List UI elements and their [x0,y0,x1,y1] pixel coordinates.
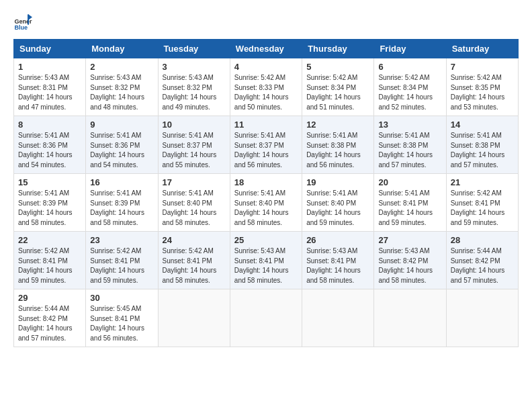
day-info: Sunrise: 5:41 AMSunset: 8:38 PMDaylight:… [306,132,361,169]
day-number: 14 [451,120,514,130]
col-header-monday: Monday [86,40,158,58]
day-info: Sunrise: 5:42 AMSunset: 8:41 PMDaylight:… [163,247,217,284]
day-number: 9 [90,120,153,130]
day-info: Sunrise: 5:42 AMSunset: 8:34 PMDaylight:… [378,74,433,111]
calendar-cell: 25Sunrise: 5:43 AMSunset: 8:41 PMDayligh… [230,232,302,289]
calendar-cell: 12Sunrise: 5:41 AMSunset: 8:38 PMDayligh… [302,116,374,174]
page-header: General Blue [13,13,519,32]
day-number: 10 [163,120,226,130]
calendar-cell: 18Sunrise: 5:41 AMSunset: 8:40 PMDayligh… [230,174,302,232]
day-number: 28 [451,235,514,245]
calendar-cell: 7Sunrise: 5:42 AMSunset: 8:35 PMDaylight… [446,58,518,116]
day-number: 3 [163,62,226,72]
calendar-table: SundayMondayTuesdayWednesdayThursdayFrid… [13,39,519,347]
day-info: Sunrise: 5:42 AMSunset: 8:41 PMDaylight:… [18,247,73,284]
calendar-cell: 24Sunrise: 5:42 AMSunset: 8:41 PMDayligh… [158,232,230,289]
day-number: 8 [18,120,81,130]
day-info: Sunrise: 5:41 AMSunset: 8:40 PMDaylight:… [163,189,217,226]
day-info: Sunrise: 5:43 AMSunset: 8:32 PMDaylight:… [90,74,144,111]
day-info: Sunrise: 5:43 AMSunset: 8:32 PMDaylight:… [163,74,217,111]
calendar-cell [446,289,518,347]
calendar-cell: 4Sunrise: 5:42 AMSunset: 8:33 PMDaylight… [230,58,302,116]
day-info: Sunrise: 5:41 AMSunset: 8:41 PMDaylight:… [378,189,433,226]
col-header-thursday: Thursday [302,40,374,58]
day-number: 7 [451,62,514,72]
day-number: 24 [163,235,226,245]
calendar-cell: 14Sunrise: 5:41 AMSunset: 8:38 PMDayligh… [446,116,518,174]
col-header-sunday: Sunday [14,40,86,58]
day-number: 22 [18,235,81,245]
calendar-cell [374,289,446,347]
day-info: Sunrise: 5:42 AMSunset: 8:35 PMDaylight:… [451,74,505,111]
day-info: Sunrise: 5:42 AMSunset: 8:33 PMDaylight:… [234,74,289,111]
day-info: Sunrise: 5:41 AMSunset: 8:36 PMDaylight:… [18,132,73,169]
calendar-cell: 6Sunrise: 5:42 AMSunset: 8:34 PMDaylight… [374,58,446,116]
col-header-wednesday: Wednesday [230,40,302,58]
calendar-cell: 16Sunrise: 5:41 AMSunset: 8:39 PMDayligh… [86,174,158,232]
day-info: Sunrise: 5:45 AMSunset: 8:41 PMDaylight:… [90,305,144,342]
calendar-cell: 17Sunrise: 5:41 AMSunset: 8:40 PMDayligh… [158,174,230,232]
day-info: Sunrise: 5:41 AMSunset: 8:39 PMDaylight:… [90,189,144,226]
calendar-cell: 30Sunrise: 5:45 AMSunset: 8:41 PMDayligh… [86,289,158,347]
calendar-cell: 15Sunrise: 5:41 AMSunset: 8:39 PMDayligh… [14,174,86,232]
calendar-cell [158,289,230,347]
calendar-cell: 1Sunrise: 5:43 AMSunset: 8:31 PMDaylight… [14,58,86,116]
day-number: 16 [90,177,153,187]
day-number: 17 [163,177,226,187]
calendar-cell: 21Sunrise: 5:42 AMSunset: 8:41 PMDayligh… [446,174,518,232]
day-number: 12 [306,120,369,130]
day-info: Sunrise: 5:43 AMSunset: 8:41 PMDaylight:… [306,247,361,284]
col-header-saturday: Saturday [446,40,518,58]
calendar-cell: 23Sunrise: 5:42 AMSunset: 8:41 PMDayligh… [86,232,158,289]
calendar-cell: 29Sunrise: 5:44 AMSunset: 8:42 PMDayligh… [14,289,86,347]
day-info: Sunrise: 5:41 AMSunset: 8:38 PMDaylight:… [378,132,433,169]
day-number: 11 [234,120,298,130]
day-number: 30 [90,293,153,303]
calendar-cell: 13Sunrise: 5:41 AMSunset: 8:38 PMDayligh… [374,116,446,174]
day-info: Sunrise: 5:44 AMSunset: 8:42 PMDaylight:… [451,247,505,284]
day-number: 25 [234,235,298,245]
calendar-cell: 22Sunrise: 5:42 AMSunset: 8:41 PMDayligh… [14,232,86,289]
logo: General Blue [13,13,32,32]
calendar-cell: 9Sunrise: 5:41 AMSunset: 8:36 PMDaylight… [86,116,158,174]
calendar-cell: 8Sunrise: 5:41 AMSunset: 8:36 PMDaylight… [14,116,86,174]
calendar-cell: 2Sunrise: 5:43 AMSunset: 8:32 PMDaylight… [86,58,158,116]
day-info: Sunrise: 5:43 AMSunset: 8:41 PMDaylight:… [234,247,289,284]
day-info: Sunrise: 5:41 AMSunset: 8:38 PMDaylight:… [451,132,505,169]
calendar-cell: 5Sunrise: 5:42 AMSunset: 8:34 PMDaylight… [302,58,374,116]
calendar-cell: 26Sunrise: 5:43 AMSunset: 8:41 PMDayligh… [302,232,374,289]
calendar-cell: 28Sunrise: 5:44 AMSunset: 8:42 PMDayligh… [446,232,518,289]
day-number: 20 [378,177,441,187]
col-header-friday: Friday [374,40,446,58]
svg-rect-4 [28,14,29,24]
day-info: Sunrise: 5:43 AMSunset: 8:31 PMDaylight:… [18,74,73,111]
day-number: 29 [18,293,81,303]
day-number: 18 [234,177,298,187]
day-number: 2 [90,62,153,72]
day-number: 5 [306,62,369,72]
day-info: Sunrise: 5:41 AMSunset: 8:40 PMDaylight:… [306,189,361,226]
logo-icon: General Blue [13,13,32,32]
calendar-cell: 10Sunrise: 5:41 AMSunset: 8:37 PMDayligh… [158,116,230,174]
calendar-cell [302,289,374,347]
day-info: Sunrise: 5:41 AMSunset: 8:40 PMDaylight:… [234,189,289,226]
calendar-cell: 20Sunrise: 5:41 AMSunset: 8:41 PMDayligh… [374,174,446,232]
day-info: Sunrise: 5:44 AMSunset: 8:42 PMDaylight:… [18,305,73,342]
day-number: 4 [234,62,298,72]
day-number: 6 [378,62,441,72]
calendar-cell: 19Sunrise: 5:41 AMSunset: 8:40 PMDayligh… [302,174,374,232]
svg-text:Blue: Blue [14,24,28,31]
col-header-tuesday: Tuesday [158,40,230,58]
day-info: Sunrise: 5:41 AMSunset: 8:37 PMDaylight:… [234,132,289,169]
day-number: 26 [306,235,369,245]
day-number: 19 [306,177,369,187]
day-info: Sunrise: 5:42 AMSunset: 8:41 PMDaylight:… [451,189,505,226]
day-number: 13 [378,120,441,130]
day-info: Sunrise: 5:41 AMSunset: 8:37 PMDaylight:… [163,132,217,169]
day-number: 27 [378,235,441,245]
calendar-cell: 11Sunrise: 5:41 AMSunset: 8:37 PMDayligh… [230,116,302,174]
day-number: 1 [18,62,81,72]
day-number: 15 [18,177,81,187]
calendar-cell: 27Sunrise: 5:43 AMSunset: 8:42 PMDayligh… [374,232,446,289]
day-number: 23 [90,235,153,245]
